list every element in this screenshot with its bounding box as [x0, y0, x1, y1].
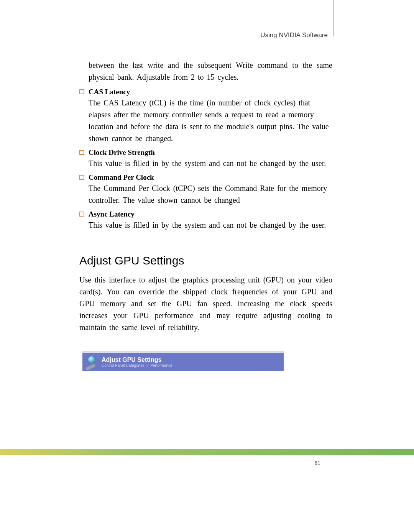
bullet-body: The CAS Latency (tCL) is the time (in nu… [89, 99, 329, 143]
bullet-title: Async Latency [89, 210, 332, 218]
bullet-icon [79, 175, 84, 180]
bullet-title: Clock Drive Strength [89, 148, 332, 157]
continuation-paragraph: between the last write and the subsequen… [89, 59, 332, 83]
page-number: 81 [314, 460, 320, 466]
banner-text: Adjust GPU Settings Control Panel Catego… [102, 356, 172, 368]
settings-globe-icon [85, 356, 98, 369]
bullet-icon [79, 89, 84, 94]
bullet-cas-latency: CAS Latency The CAS Latency (tCL) is the… [79, 88, 332, 144]
footer-gradient-bar [0, 449, 414, 455]
bullet-title: Command Per Clock [89, 173, 332, 182]
bullet-icon [79, 212, 84, 217]
breadcrumb-part: Performance [150, 363, 172, 368]
page-content: between the last write and the subsequen… [79, 59, 332, 371]
bullet-title: CAS Latency [89, 88, 332, 96]
section-heading: Adjust GPU Settings [79, 254, 332, 267]
banner-breadcrumb: Control Panel Categories»Performance [102, 363, 172, 368]
gpu-settings-banner: Adjust GPU Settings Control Panel Catego… [82, 353, 284, 371]
bullet-icon [79, 150, 84, 155]
header-rule [333, 0, 334, 36]
bullet-body: This value is filled in by the system an… [89, 159, 326, 167]
running-header: Using NVIDIA Software [260, 31, 328, 39]
bullet-async-latency: Async Latency This value is filled in by… [79, 210, 332, 231]
breadcrumb-separator-icon: » [146, 363, 149, 368]
section-body: Use this interface to adjust the graphic… [79, 274, 332, 333]
breadcrumb-part: Control Panel Categories [102, 363, 145, 368]
bullet-body: The Command Per Clock (tCPC) sets the Co… [89, 184, 327, 204]
bullet-body: This value is filled in by the system an… [89, 221, 326, 229]
bullet-command-per-clock: Command Per Clock The Command Per Clock … [79, 173, 332, 206]
bullet-clock-drive-strength: Clock Drive Strength This value is fille… [79, 148, 332, 169]
banner-title: Adjust GPU Settings [102, 356, 172, 363]
